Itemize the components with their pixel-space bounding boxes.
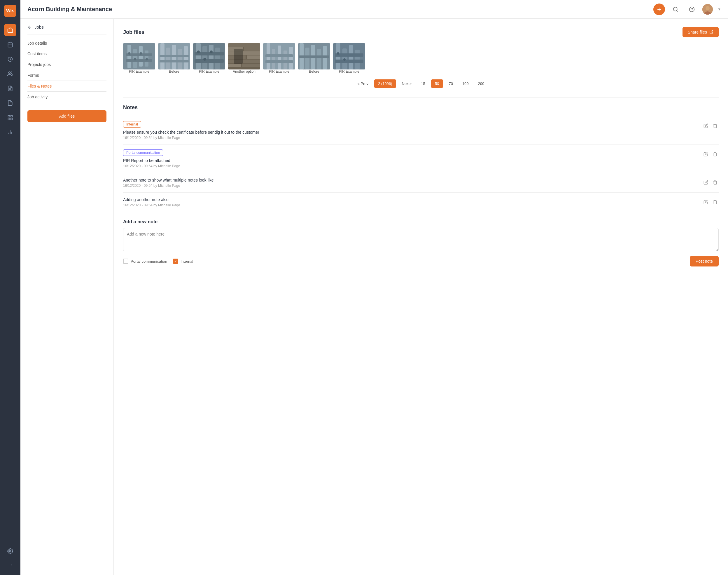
thumb-image-5 bbox=[263, 43, 295, 69]
file-thumb-7[interactable]: PIR Example bbox=[333, 43, 365, 73]
file-thumb-5[interactable]: PIR Example bbox=[263, 43, 295, 73]
back-to-jobs[interactable]: Jobs bbox=[21, 25, 113, 34]
top-header: Acorn Building & Maintenance + ▼ bbox=[21, 0, 728, 19]
nav-icon-reports[interactable] bbox=[4, 82, 16, 95]
nav-icon-grid[interactable] bbox=[4, 111, 16, 124]
portal-communication-label[interactable]: Portal communication bbox=[123, 259, 167, 264]
svg-rect-86 bbox=[335, 54, 363, 57]
sidebar-item-job-details[interactable]: Job details bbox=[21, 38, 113, 48]
current-page-button[interactable]: 2 (1096) bbox=[374, 79, 396, 88]
svg-rect-59 bbox=[228, 52, 260, 55]
svg-point-6 bbox=[8, 72, 10, 74]
note-delete-2[interactable] bbox=[712, 150, 719, 159]
notes-section: Notes Internal Please ensure you check t… bbox=[123, 97, 719, 267]
avatar-image bbox=[702, 4, 713, 14]
note-meta-4: 16/12/2020 - 09:54 by Michelle Page bbox=[123, 203, 719, 207]
portal-communication-checkbox[interactable] bbox=[123, 259, 128, 264]
file-thumb-6[interactable]: Before bbox=[298, 43, 330, 73]
svg-rect-61 bbox=[247, 56, 260, 59]
thumb-image-3 bbox=[193, 43, 225, 69]
company-title: Acorn Building & Maintenance bbox=[27, 6, 112, 12]
svg-rect-78 bbox=[317, 49, 321, 69]
add-button[interactable]: + bbox=[653, 3, 665, 15]
note-text-2: PIR Report to be attached bbox=[123, 158, 719, 163]
note-textarea[interactable] bbox=[123, 228, 719, 251]
nav-icon-chart[interactable] bbox=[4, 126, 16, 138]
nav-icon-users[interactable] bbox=[4, 68, 16, 80]
avatar-dropdown-icon[interactable]: ▼ bbox=[718, 7, 721, 11]
svg-rect-1 bbox=[8, 43, 12, 47]
note-delete-4[interactable] bbox=[712, 199, 719, 207]
page-size-15[interactable]: 15 bbox=[418, 80, 429, 88]
nav-icon-clock[interactable] bbox=[4, 53, 16, 65]
job-files-header: Job files Share files bbox=[123, 27, 719, 37]
svg-point-52 bbox=[197, 50, 200, 54]
file-thumb-2[interactable]: Before bbox=[158, 43, 190, 73]
share-files-button[interactable]: Share files bbox=[683, 27, 719, 37]
note-edit-4[interactable] bbox=[702, 199, 709, 207]
file-thumb-4[interactable]: Another option bbox=[228, 43, 260, 73]
thumb-image-1 bbox=[123, 43, 155, 69]
svg-rect-76 bbox=[305, 47, 310, 69]
nav-icon-jobs[interactable] bbox=[4, 24, 16, 36]
page-size-50[interactable]: 50 bbox=[431, 79, 443, 88]
nav-icon-calendar[interactable] bbox=[4, 38, 16, 51]
page-size-100[interactable]: 100 bbox=[459, 80, 472, 88]
add-files-button[interactable]: Add files bbox=[27, 110, 106, 122]
note-delete-3[interactable] bbox=[712, 179, 719, 187]
svg-point-88 bbox=[337, 52, 339, 55]
help-button[interactable] bbox=[686, 3, 698, 15]
nav-collapse-arrow[interactable]: → bbox=[5, 560, 15, 570]
avatar[interactable] bbox=[702, 4, 713, 14]
svg-rect-68 bbox=[272, 49, 275, 69]
svg-rect-46 bbox=[196, 43, 201, 69]
note-meta-3: 16/12/2020 - 09:54 by Michelle Page bbox=[123, 183, 719, 188]
add-note-title: Add a new note bbox=[123, 219, 719, 225]
note-item-3: Another note to show what multiple notes… bbox=[123, 173, 719, 193]
thumb-image-6 bbox=[298, 43, 330, 69]
search-button[interactable] bbox=[670, 3, 681, 15]
thumb-label-3: PIR Example bbox=[199, 69, 219, 73]
note-edit-2[interactable] bbox=[702, 150, 709, 159]
svg-rect-44 bbox=[159, 60, 189, 63]
svg-rect-84 bbox=[349, 45, 353, 69]
thumb-image-4 bbox=[228, 43, 260, 69]
sidebar-item-forms[interactable]: Forms bbox=[21, 70, 113, 80]
svg-rect-49 bbox=[215, 47, 220, 69]
note-actions-2 bbox=[702, 150, 719, 159]
nav-icon-document[interactable] bbox=[4, 97, 16, 109]
note-edit-3[interactable] bbox=[702, 179, 709, 187]
sidebar-item-cost-items[interactable]: Cost items bbox=[21, 48, 113, 59]
thumb-label-6: Before bbox=[309, 69, 319, 73]
nav-icon-settings[interactable] bbox=[4, 545, 16, 557]
internal-checkbox[interactable] bbox=[173, 259, 178, 264]
nav-icons-list bbox=[4, 24, 16, 545]
note-actions-4 bbox=[702, 199, 719, 207]
sidebar-item-job-activity[interactable]: Job activity bbox=[21, 92, 113, 102]
thumb-label-7: PIR Example bbox=[339, 69, 359, 73]
internal-label[interactable]: Internal bbox=[173, 259, 193, 264]
svg-rect-32 bbox=[126, 59, 152, 62]
post-note-button[interactable]: Post note bbox=[690, 256, 719, 267]
page-size-200[interactable]: 200 bbox=[475, 80, 488, 88]
note-badge-2: Portal communication bbox=[123, 149, 163, 156]
svg-rect-69 bbox=[278, 45, 281, 69]
file-thumb-3[interactable]: PIR Example bbox=[193, 43, 225, 73]
thumb-image-2 bbox=[158, 43, 190, 69]
job-files-title: Job files bbox=[123, 29, 144, 35]
svg-rect-9 bbox=[8, 115, 10, 117]
file-thumb-1[interactable]: PIR Example bbox=[123, 43, 155, 73]
note-edit-1[interactable] bbox=[702, 122, 709, 131]
prev-page-button[interactable]: « Prev bbox=[354, 80, 372, 88]
sidebar-nav: Job details Cost items Projects jobs For… bbox=[21, 34, 113, 106]
next-page-button[interactable]: Next» bbox=[398, 80, 415, 88]
svg-point-35 bbox=[140, 52, 142, 55]
svg-rect-43 bbox=[159, 55, 189, 57]
sidebar-item-files-notes[interactable]: Files & Notes bbox=[21, 81, 113, 91]
svg-rect-0 bbox=[8, 29, 13, 33]
page-size-70[interactable]: 70 bbox=[445, 80, 457, 88]
content-wrapper: Jobs Job details Cost items Projects job… bbox=[21, 19, 728, 575]
sidebar-item-projects-jobs[interactable]: Projects jobs bbox=[21, 59, 113, 70]
pagination: « Prev 2 (1096) Next» 15 50 70 100 200 bbox=[123, 79, 719, 88]
note-delete-1[interactable] bbox=[712, 122, 719, 131]
